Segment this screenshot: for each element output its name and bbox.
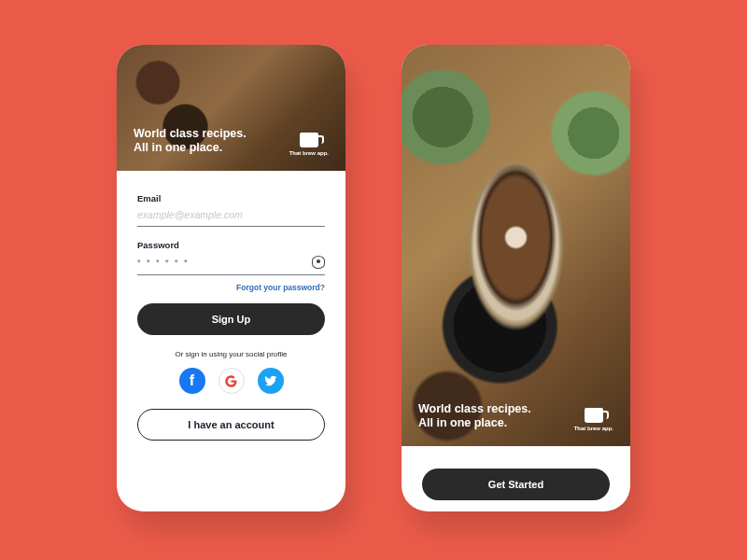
hero: World class recipes. All in one place. T… xyxy=(117,45,345,171)
email-field-wrapper xyxy=(137,203,325,227)
signup-screen: World class recipes. All in one place. T… xyxy=(117,45,345,511)
tagline-line-1: World class recipes. xyxy=(134,127,247,142)
password-label: Password xyxy=(137,240,325,250)
facebook-button[interactable]: f xyxy=(179,368,205,394)
have-account-button[interactable]: I have an account xyxy=(137,409,325,441)
tagline-line-2: All in one place. xyxy=(418,416,531,431)
facebook-icon: f xyxy=(190,372,194,389)
google-icon xyxy=(224,374,238,388)
twitter-button[interactable] xyxy=(258,368,284,394)
eye-icon[interactable] xyxy=(312,256,325,269)
logo: That brew app. xyxy=(574,408,613,431)
onboarding-footer: Get Started xyxy=(402,446,630,511)
email-label: Email xyxy=(137,193,325,203)
hero: World class recipes. All in one place. T… xyxy=(402,45,630,446)
forgot-password-link[interactable]: Forgot your password? xyxy=(137,283,325,292)
logo: That brew app. xyxy=(289,133,329,156)
brand-name: That brew app. xyxy=(289,150,329,156)
password-field-wrapper: * * * * * * xyxy=(137,250,325,275)
password-field[interactable]: * * * * * * xyxy=(137,258,312,267)
twitter-icon xyxy=(264,374,277,387)
google-button[interactable] xyxy=(218,368,245,394)
signup-button[interactable]: Sign Up xyxy=(137,303,325,335)
email-field[interactable] xyxy=(137,209,325,220)
tagline: World class recipes. All in one place. xyxy=(418,402,531,431)
social-divider-text: Or sign in using your social profile xyxy=(137,350,325,358)
social-buttons: f xyxy=(137,368,325,394)
signup-form: Email Password * * * * * * Forgot your p… xyxy=(117,171,345,511)
tagline: World class recipes. All in one place. xyxy=(134,127,247,156)
get-started-button[interactable]: Get Started xyxy=(422,469,610,500)
mug-icon xyxy=(585,408,603,423)
onboarding-screen: World class recipes. All in one place. T… xyxy=(402,45,630,511)
brand-name: That brew app. xyxy=(574,426,613,431)
tagline-line-1: World class recipes. xyxy=(418,402,531,417)
hero-image xyxy=(402,45,630,446)
tagline-line-2: All in one place. xyxy=(134,141,247,156)
mug-icon xyxy=(300,133,318,147)
